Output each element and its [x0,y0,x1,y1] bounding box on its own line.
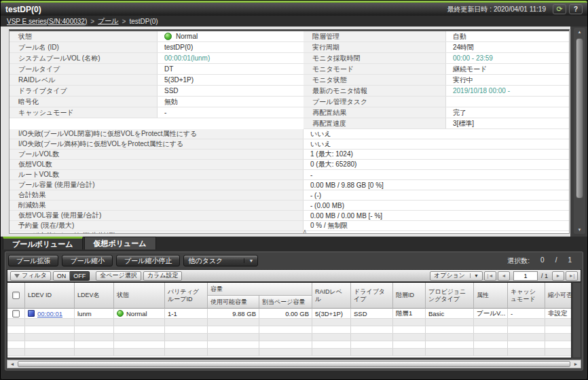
empty-row [7,334,571,341]
detail-label: プールVOL数 [10,150,304,159]
pool-volume-frame: プール拡張 プール縮小 プール縮小停止 他のタスク ▼ 選択数: 0 / 1 フ… [5,252,583,370]
column-header-shrink[interactable]: 縮小可否 [545,283,572,309]
detail-value: 00:00:01(lunm) [158,53,304,63]
detail-label: 再配置速度 [304,118,446,128]
scrollbar-thumb[interactable] [18,361,570,367]
column-header-raid-level[interactable]: RAIDレベル [312,283,351,309]
stop-shrink-button[interactable]: プール縮小停止 [116,255,180,266]
column-header-tier-id[interactable]: 階層ID [393,283,426,309]
column-header-ldev-name[interactable]: LDEV名 [75,283,114,309]
detail-section: 状態Normal プール名 (ID)testDP(0) システムプールVOL (… [1,27,587,237]
scroll-down-icon[interactable]: ▼ [574,228,585,232]
filter-label: フィルタ [22,271,47,280]
detail-value: - [304,170,569,179]
filter-off-button[interactable]: OFF [70,271,90,281]
selection-label: 選択数: [507,256,530,266]
detail-label: 階層管理 [304,31,446,41]
column-header-available-capacity[interactable]: 使用可能容量 [208,296,259,309]
filter-toggle: ON OFF [53,271,90,281]
column-header-cache-mode[interactable]: キャッシュモード [508,283,545,309]
breadcrumb-pool-link[interactable]: プール [98,16,118,26]
detail-full-rows: I/O失敗(プールVOL閉塞)時に仮想VOLをProtect属性にするいいえ I… [10,129,569,234]
table-toolbar: プール拡張 プール縮小 プール縮小停止 他のタスク ▼ 選択数: 0 / 1 [5,252,583,268]
other-tasks-label: 他のタスク [188,256,223,266]
detail-label: キャッシュモード [10,107,158,118]
column-header-provisioning-type[interactable]: プロビジョニングタイプ [426,283,474,309]
other-tasks-button[interactable]: 他のタスク ▼ [183,255,258,266]
detail-value [446,97,570,107]
collapse-details-icon[interactable]: ∧ [303,228,307,234]
pool-detail-panel: 状態Normal プール名 (ID)testDP(0) システムプールVOL (… [9,29,570,234]
ldev-id-link[interactable]: 00:00:01 [37,310,62,317]
select-all-checkbox[interactable] [12,292,20,299]
options-button[interactable]: オプション ▼ [430,271,483,281]
empty-row [7,319,571,326]
detail-value: SSD [158,86,304,96]
detail-label: 状態 [10,31,158,41]
detail-label: モニタ状態 [304,75,446,85]
detail-label: プール容量 (使用量/合計) [10,180,304,190]
detail-value: - (-) [304,190,569,200]
pagination: オプション ▼ |◄ ◄ / 1 ► ►| [430,271,578,281]
breadcrumb: VSP E series(S/N:400032) > プール > testDP(… [1,16,587,27]
expand-pool-button[interactable]: プール拡張 [8,255,58,266]
detail-value: 0.00 MB / 9.88 GB [0 %] [304,180,569,190]
scrollbar-thumb[interactable] [576,38,583,198]
column-header-status[interactable]: 状態 [114,283,165,309]
page-total-label: / 1 [541,273,548,279]
first-page-button[interactable]: |◄ [484,271,496,281]
next-page-button[interactable]: ► [552,271,564,281]
detail-label: 仮想VOL数 [10,160,304,169]
scroll-left-icon[interactable]: ◄ [7,360,17,368]
dropdown-arrow-icon: ▼ [470,273,479,278]
cell-status: Normal [126,310,147,317]
detail-label: プールタイプ [10,64,158,74]
shrink-pool-button[interactable]: プール縮小 [62,255,112,266]
select-all-pages-button[interactable]: 全ページ選択 [96,271,141,281]
help-button[interactable]: ? [569,4,583,14]
column-header-ldev-id[interactable]: LDEV ID [25,283,75,309]
detail-label: 実行周期 [304,42,446,52]
detail-label: システムプールVOL (名称) [10,53,158,63]
breadcrumb-current: testDP(0) [129,18,158,25]
titlebar-actions: 最終更新日時 : 2020/04/01 11:19 ⟳ ? [447,4,583,14]
refresh-button[interactable]: ⟳ [553,4,566,14]
page-input[interactable] [513,271,538,281]
cell-ldev-name: lunm [75,309,114,318]
detail-value: testDP(0) [158,42,304,52]
column-header-allocated-capacity[interactable]: 割当ページ容量 [259,296,312,309]
column-header-drive-type[interactable]: ドライブタイプ [351,283,393,309]
empty-row [7,349,571,356]
column-header-capacity: 容量 [208,283,312,296]
detail-label: I/O失敗(プールVOL閉塞)時に仮想VOLをProtect属性にする [10,129,304,139]
prev-page-button[interactable]: ◄ [498,271,510,281]
empty-row [7,341,571,349]
filter-button[interactable]: フィルタ [10,271,51,281]
table-scrollbar-vertical[interactable] [572,282,581,358]
filter-on-button[interactable]: ON [53,271,71,281]
row-checkbox[interactable] [12,310,20,317]
last-page-button[interactable]: ►| [566,271,578,281]
scroll-up-icon[interactable]: ▲ [574,30,585,34]
detail-scrollbar[interactable]: ▲ ▼ [574,28,585,234]
detail-value: 24時間 [446,42,570,52]
column-header-parity-group[interactable]: パリティグループID [165,283,208,309]
refresh-icon: ⟳ [556,5,562,13]
detail-value: 00:00 - 23:59 [446,53,570,63]
detail-value: 完了 [446,107,570,118]
column-settings-button[interactable]: カラム設定 [143,271,183,281]
tab-pool-volumes[interactable]: プールボリューム [3,237,83,249]
last-updated-label: 最終更新日時 : 2020/04/01 11:19 [447,5,546,14]
table-header-row: LDEV ID LDEV名 状態 パリティグループID 容量 使用可能容量 割当… [7,283,571,309]
table-row[interactable]: 00:00:01 lunm Normal 1-1 9.88 GB 0.00 GB… [7,309,571,319]
breadcrumb-root-link[interactable]: VSP E series(S/N:400032) [7,18,87,25]
column-header-attribute[interactable]: 属性 [474,283,508,309]
cell-parity-group: 1-1 [165,309,208,318]
detail-value: いいえ [304,129,569,139]
detail-label: 予約量 (現在/最大) [10,221,304,230]
table-scrollbar-horizontal[interactable]: ◄ ► [7,360,581,368]
tab-virtual-volumes[interactable]: 仮想ボリューム [84,237,156,249]
scroll-right-icon[interactable]: ► [571,360,581,368]
title-bar: testDP(0) 最終更新日時 : 2020/04/01 11:19 ⟳ ? [1,3,587,16]
detail-value: 2019/10/18 00:00 - [446,86,570,96]
